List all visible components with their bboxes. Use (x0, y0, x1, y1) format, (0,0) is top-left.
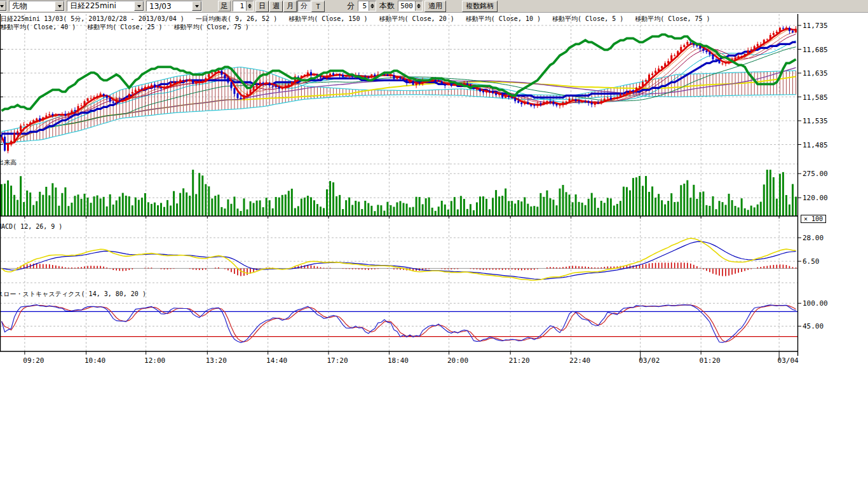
legend-item: 移動平均( Close, 25 ) (87, 23, 162, 32)
dropdown-arrow-icon[interactable] (0, 1, 6, 11)
symbol-combo-value: 日経225mini (67, 1, 134, 11)
category-combo-value: 先物 (10, 1, 55, 11)
y-axis-label: 11,485 (803, 141, 828, 149)
apply-button[interactable]: 適用 (424, 1, 446, 12)
chart-canvas (0, 0, 868, 488)
legend-item: 一目均衡表( 9, 26, 52 ) (196, 15, 277, 24)
legend-item: 日経225mini 13/03( 5分, 2013/02/28 - 2013/0… (1, 15, 184, 24)
x-axis-label: 03/04 (774, 356, 802, 365)
y-axis-label: 28.00 (803, 234, 824, 242)
dropdown-arrow-icon[interactable] (134, 1, 144, 11)
y-axis-label: 11,735 (803, 22, 828, 30)
y-axis-label: 100.00 (803, 299, 828, 308)
spinner-arrows-icon[interactable] (246, 1, 253, 11)
minute-value: 5 (358, 2, 369, 10)
dropdown-arrow-icon[interactable] (55, 1, 64, 11)
x-axis-label: 18:40 (384, 356, 412, 365)
contract-month-value: 13/03 (147, 2, 192, 11)
x-axis-label: 03/02 (635, 356, 663, 365)
bar-count-spinner[interactable]: 500 (398, 1, 423, 11)
app-window: 先物 日経225mini 13/03 足 1 日週月分T 分 5 本数 500 … (0, 0, 868, 488)
x-axis-label: 21:20 (505, 356, 533, 365)
y-axis-label: 11,535 (803, 117, 828, 125)
legend-item: 移動平均( Close, 5 ) (552, 15, 623, 24)
y-axis-label: 275.00 (803, 170, 828, 178)
x-axis-label: 17:20 (323, 356, 351, 365)
x-axis-label: 22:40 (566, 356, 594, 365)
bar-interval-spinner[interactable]: 1 (233, 1, 254, 11)
spinner-arrows-icon[interactable] (369, 1, 376, 11)
multi-symbol-button[interactable]: 複数銘柄 (462, 1, 498, 12)
y-axis-label: 120.00 (803, 194, 828, 202)
y-axis-label: 11,585 (803, 93, 828, 102)
legend-item: 移動平均( Close, 40 ) (1, 23, 76, 32)
period-button-tick[interactable]: T (311, 1, 325, 12)
legend-item: 移動平均( Close, 150 ) (288, 15, 367, 24)
dropdown-arrow-icon[interactable] (192, 1, 201, 11)
toolbar: 先物 日経225mini 13/03 足 1 日週月分T 分 5 本数 500 … (0, 0, 868, 13)
legend-row-1: 日経225mini 13/03( 5分, 2013/02/28 - 2013/0… (1, 15, 710, 24)
spinner-arrows-icon[interactable] (415, 1, 422, 11)
x-axis-label: 13:20 (202, 356, 230, 365)
bar-count-label: 本数 (378, 1, 396, 11)
legend-item: 移動平均( Close, 75 ) (635, 15, 710, 24)
minute-label: 分 (346, 1, 356, 11)
bar-interval-value: 1 (233, 2, 246, 10)
y-axis-label: 11,685 (803, 46, 828, 54)
legend-row-2: 移動平均( Close, 40 )移動平均( Close, 25 )移動平均( … (1, 23, 249, 32)
x-axis-label: 10:40 (81, 356, 109, 365)
y-axis-label: 6.50 (803, 257, 820, 266)
y-axis-label: 45.00 (803, 322, 824, 330)
volume-panel-title: 出来高 (0, 158, 17, 167)
symbol-combo[interactable]: 日経225mini (67, 1, 144, 11)
period-button-minute[interactable]: 分 (297, 1, 311, 12)
x-axis-label: 01:20 (696, 356, 724, 365)
bar-type-label: 足 (218, 1, 231, 11)
macd-panel-title: MACD( 12, 26, 9 ) (0, 223, 62, 230)
category-combo[interactable]: 先物 (9, 1, 65, 11)
legend-item: 移動平均( Close, 10 ) (466, 15, 541, 24)
x-axis-label: 20:00 (444, 356, 472, 365)
x-axis-label: 14:40 (263, 356, 291, 365)
volume-multiplier-badge: × 100 (801, 215, 826, 223)
contract-month-combo[interactable]: 13/03 (146, 1, 202, 11)
stochastics-panel-title: スロー・ストキャスティクス( 14, 3, 80, 20 ) (0, 290, 146, 299)
instrument-combo-partial[interactable] (0, 1, 7, 11)
period-button-group: 日週月分T (255, 1, 325, 12)
minute-spinner[interactable]: 5 (358, 1, 376, 11)
period-button-month[interactable]: 月 (283, 1, 297, 12)
bar-count-value: 500 (398, 2, 415, 10)
x-axis-label: 09:20 (20, 356, 48, 365)
legend-item: 移動平均( Close, 20 ) (379, 15, 454, 24)
y-axis-label: 11,635 (803, 69, 828, 78)
period-button-week[interactable]: 週 (269, 1, 283, 12)
legend-item: 移動平均( Close, 75 ) (174, 23, 249, 32)
x-axis-label: 12:00 (141, 356, 169, 365)
period-button-day[interactable]: 日 (255, 1, 269, 12)
